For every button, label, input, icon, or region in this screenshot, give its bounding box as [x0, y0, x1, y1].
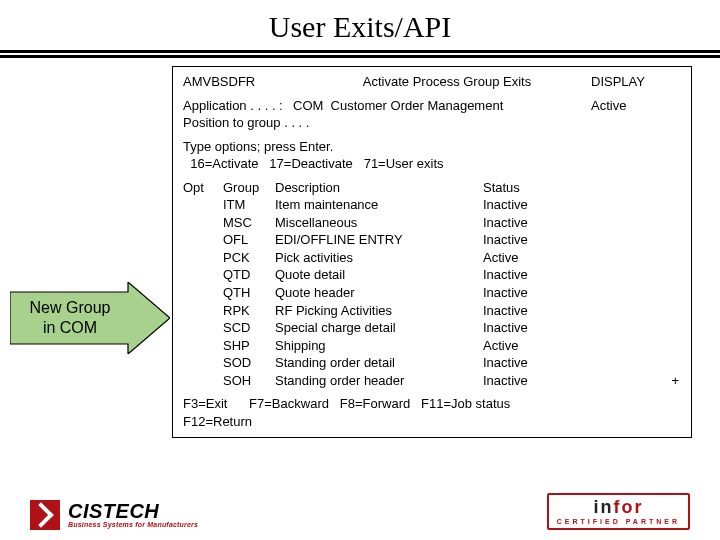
callout-line1: New Group	[10, 298, 130, 318]
cell-status: Inactive	[483, 196, 563, 214]
cell-desc: Item maintenance	[275, 196, 483, 214]
list-row[interactable]: SHPShippingActive	[183, 337, 681, 355]
callout-arrow: New Group in COM	[10, 282, 170, 354]
infor-subtitle: CERTIFIED PARTNER	[557, 518, 680, 525]
cell-extra	[563, 231, 681, 249]
position-label: Position to group . . . .	[183, 114, 333, 132]
cell-group: SHP	[223, 337, 275, 355]
cell-extra	[563, 284, 681, 302]
cell-status: Inactive	[483, 284, 563, 302]
panel-title: Activate Process Group Exits	[303, 73, 591, 91]
cell-status: Active	[483, 337, 563, 355]
cell-opt[interactable]	[183, 319, 223, 337]
application-line: Application . . . . : COM Customer Order…	[183, 97, 681, 115]
cell-status: Inactive	[483, 372, 563, 390]
list-row[interactable]: RPKRF Picking ActivitiesInactive	[183, 302, 681, 320]
fnkeys-line2: F12=Return	[183, 413, 681, 431]
application-status: Active	[591, 97, 681, 115]
list-row[interactable]: SOHStanding order headerInactive+	[183, 372, 681, 390]
application-label: Application . . . . :	[183, 97, 293, 115]
list-row[interactable]: MSCMiscellaneousInactive	[183, 214, 681, 232]
cell-opt[interactable]	[183, 214, 223, 232]
panel-mode: DISPLAY	[591, 73, 681, 91]
cell-group: RPK	[223, 302, 275, 320]
options-line: 16=Activate 17=Deactivate 71=User exits	[183, 155, 681, 173]
cell-extra: +	[563, 372, 681, 390]
cell-opt[interactable]	[183, 337, 223, 355]
divider-top	[0, 50, 720, 53]
list-row[interactable]: QTDQuote detailInactive	[183, 266, 681, 284]
infor-brand-dark: in	[593, 497, 613, 517]
cell-desc: Quote header	[275, 284, 483, 302]
list-row[interactable]: OFLEDI/OFFLINE ENTRYInactive	[183, 231, 681, 249]
cell-opt[interactable]	[183, 354, 223, 372]
cell-group: SOH	[223, 372, 275, 390]
cell-group: PCK	[223, 249, 275, 267]
terminal-panel: AMVBSDFR Activate Process Group Exits DI…	[172, 66, 692, 438]
content-area: New Group in COM AMVBSDFR Activate Proce…	[0, 66, 720, 446]
cell-status: Inactive	[483, 302, 563, 320]
cell-extra	[563, 302, 681, 320]
cell-extra	[563, 337, 681, 355]
program-id: AMVBSDFR	[183, 73, 303, 91]
cell-desc: Quote detail	[275, 266, 483, 284]
list-row[interactable]: PCKPick activitiesActive	[183, 249, 681, 267]
function-keys: F3=Exit F7=Backward F8=Forward F11=Job s…	[183, 395, 681, 430]
col-opt: Opt	[183, 179, 223, 197]
list-row[interactable]: QTHQuote headerInactive	[183, 284, 681, 302]
cell-opt[interactable]	[183, 231, 223, 249]
list-row[interactable]: SCDSpecial charge detailInactive	[183, 319, 681, 337]
cell-desc: EDI/OFFLINE ENTRY	[275, 231, 483, 249]
cell-desc: Standing order detail	[275, 354, 483, 372]
cell-status: Inactive	[483, 214, 563, 232]
cell-extra	[563, 214, 681, 232]
cell-desc: RF Picking Activities	[275, 302, 483, 320]
cell-status: Inactive	[483, 266, 563, 284]
panel-header: AMVBSDFR Activate Process Group Exits DI…	[183, 73, 681, 91]
cell-extra	[563, 196, 681, 214]
cistech-name: CISTECH	[68, 502, 198, 521]
cell-group: ITM	[223, 196, 275, 214]
infor-brand: infor	[557, 497, 680, 518]
cell-group: SCD	[223, 319, 275, 337]
cell-status: Inactive	[483, 319, 563, 337]
application-code: COM	[293, 98, 323, 113]
options-text: Type options; press Enter.	[183, 138, 681, 156]
cell-opt[interactable]	[183, 302, 223, 320]
list-row[interactable]: ITMItem maintenanceInactive	[183, 196, 681, 214]
col-status: Status	[483, 179, 563, 197]
cell-extra	[563, 249, 681, 267]
cell-opt[interactable]	[183, 196, 223, 214]
cell-opt[interactable]	[183, 284, 223, 302]
cistech-logo: CISTECH Business Systems for Manufacture…	[30, 500, 198, 530]
callout-line2: in COM	[10, 318, 130, 338]
position-line: Position to group . . . .	[183, 114, 681, 132]
fnkeys-line1: F3=Exit F7=Backward F8=Forward F11=Job s…	[183, 395, 681, 413]
cell-desc: Miscellaneous	[275, 214, 483, 232]
cell-group: SOD	[223, 354, 275, 372]
cell-desc: Special charge detail	[275, 319, 483, 337]
list-header: Opt Group Description Status	[183, 179, 681, 197]
cell-status: Inactive	[483, 354, 563, 372]
col-extra	[563, 179, 681, 197]
cell-status: Inactive	[483, 231, 563, 249]
cell-desc: Pick activities	[275, 249, 483, 267]
cistech-mark-icon	[30, 500, 60, 530]
cell-opt[interactable]	[183, 372, 223, 390]
footer: CISTECH Business Systems for Manufacture…	[0, 493, 720, 530]
list-block: Opt Group Description Status ITMItem mai…	[183, 179, 681, 390]
cistech-tagline: Business Systems for Manufacturers	[68, 521, 198, 528]
infor-brand-red: for	[613, 497, 643, 517]
application-value: COM Customer Order Management	[293, 97, 591, 115]
cell-group: QTD	[223, 266, 275, 284]
slide-title: User Exits/API	[0, 10, 720, 44]
divider-bottom	[0, 55, 720, 58]
infor-badge: infor CERTIFIED PARTNER	[547, 493, 690, 530]
callout-text: New Group in COM	[10, 298, 130, 338]
cell-opt[interactable]	[183, 266, 223, 284]
col-desc: Description	[275, 179, 483, 197]
application-desc: Customer Order Management	[331, 98, 504, 113]
cell-desc: Standing order header	[275, 372, 483, 390]
cell-opt[interactable]	[183, 249, 223, 267]
list-row[interactable]: SODStanding order detailInactive	[183, 354, 681, 372]
